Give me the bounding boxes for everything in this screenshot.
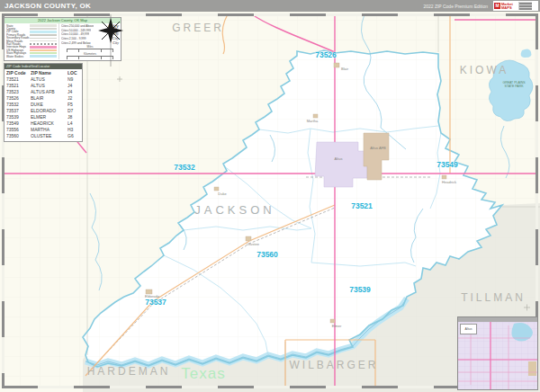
pond — [521, 49, 532, 58]
town-label-olustee: Olustee — [247, 242, 259, 246]
legend-swatch — [30, 49, 57, 52]
town-label-altus-afb: Altus AFB — [370, 146, 386, 150]
zip-label-73521: 73521 — [351, 201, 373, 210]
table-cell: L4 — [68, 120, 82, 127]
table-cell: 73523 — [6, 89, 31, 95]
table-cell: ELDORADO — [31, 108, 68, 114]
legend-swatch — [30, 40, 57, 42]
legend-swatch — [30, 46, 57, 49]
legend-item-label: Water Bodies — [6, 55, 30, 58]
neighbor-label-tillman: TILLMAN — [461, 291, 526, 304]
zip-label-73526: 73526 — [315, 50, 337, 59]
town-label-blair: Blair — [341, 67, 348, 71]
logo-text: Market MAPS — [501, 3, 518, 10]
table-cell: OLUSTEE — [31, 133, 68, 139]
inset-name-box: Altus — [460, 324, 477, 334]
zip-index-table: ZIP Code Index/Grid Locator ZIP Code ZIP… — [4, 63, 83, 142]
zip-label-73539: 73539 — [349, 285, 371, 294]
zip-label-73549: 73549 — [436, 160, 458, 169]
table-cell: J8 — [68, 114, 82, 120]
zip-label-73532: 73532 — [174, 163, 195, 172]
table-cell: ALTUS — [31, 83, 68, 89]
park-label: GREAT PLAINS STATE PARK — [500, 81, 527, 88]
legend-line-items: State County ZIP Code Primary Roads Seco… — [4, 23, 58, 59]
legend-swatch — [30, 52, 57, 55]
table-cell: BLAIR — [31, 95, 68, 102]
column-header: ZIP Name — [31, 70, 68, 76]
city-class-label: Cities 50,000 - 249,999 — [61, 29, 91, 32]
legend-swatch — [30, 28, 57, 31]
table-cell: 73556 — [6, 127, 31, 133]
neighbor-label-greer: GREER — [172, 22, 224, 34]
legend-swatch — [30, 34, 57, 36]
table-cell: N9 — [68, 76, 82, 83]
town-label-eldorado: Eldorado — [145, 294, 159, 298]
town-label-martha: Martha — [307, 119, 318, 123]
table-cell: H3 — [68, 127, 82, 133]
zip-label-73560: 73560 — [256, 250, 278, 259]
neighbor-label-hardeman: HARDEMAN — [87, 365, 171, 378]
table-cell: G6 — [68, 133, 82, 139]
table-cell: J4 — [68, 89, 82, 95]
table-cell: D7 — [68, 108, 82, 114]
column-header: LOC — [68, 70, 82, 76]
city-class-label: Cities 2,500 - 9,999 — [61, 37, 86, 40]
legend-swatch — [30, 24, 57, 27]
table-cell: ELMER — [31, 114, 68, 120]
state-label-texas: Texas — [181, 365, 225, 383]
logo-info-block — [518, 2, 532, 10]
table-cell: 73537 — [6, 108, 31, 114]
table-cell: MARTHA — [31, 127, 68, 133]
neighbor-label-wilbarger: WILBARGER — [289, 359, 378, 371]
logo-mark-icon: M — [494, 3, 500, 9]
town-label-duke: Duke — [218, 192, 226, 196]
table-cell: J2 — [68, 95, 82, 102]
table-cell: DUKE — [31, 102, 68, 108]
table-cell: J4 — [68, 83, 82, 89]
zip-label-73537: 73537 — [145, 298, 166, 307]
table-cell: HEADRICK — [31, 120, 68, 127]
table-cell: 73549 — [6, 120, 31, 127]
legend-swatch — [30, 31, 57, 33]
table-cell: F5 — [68, 102, 82, 108]
title-bar: JACKSON COUNTY, OK 2022 ZIP Code Premium… — [0, 0, 540, 12]
county-label-jackson: JACKSON — [194, 203, 274, 217]
town-label-headrick: Headrick — [442, 180, 456, 184]
town-label-elmer: Elmer — [332, 324, 341, 328]
inset-map: Altus — [457, 316, 538, 390]
table-cell: 73521 — [6, 83, 31, 89]
neighbor-label-kiowa: KIOWA — [460, 64, 509, 76]
table-cell: ALTUS — [31, 76, 68, 83]
table-cell: 73521 — [6, 76, 31, 83]
legend-swatch — [30, 55, 57, 58]
table-cell: 73532 — [6, 102, 31, 108]
table-cell: 73539 — [6, 114, 31, 120]
inset-tan-area — [528, 361, 536, 376]
grid-ruler-top — [2, 13, 538, 16]
table-cell: ALTUS AFB — [31, 89, 68, 95]
city-class-label: Cities 10,000 - 49,999 — [61, 32, 89, 36]
legend-swatch — [30, 43, 57, 45]
table-cell: 73526 — [6, 95, 31, 102]
city-class-label: Cities 250,000 and Above — [61, 24, 94, 28]
page-title: JACKSON COUNTY, OK — [4, 2, 91, 10]
edition-label: 2022 ZIP Code Premium Edition — [423, 4, 488, 9]
marketmaps-logo: M Market MAPS — [493, 1, 538, 11]
legend-swatch — [30, 38, 57, 40]
column-header: ZIP Code — [6, 70, 31, 76]
town-label-altus: Altus — [335, 156, 343, 161]
table-cell: 73560 — [6, 133, 31, 139]
compass-rose-icon — [95, 14, 126, 70]
